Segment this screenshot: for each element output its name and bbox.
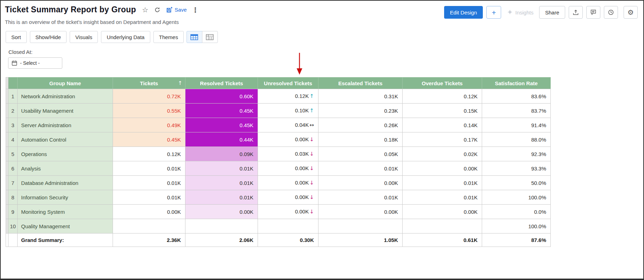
cell-group-name[interactable]: Server Administration: [18, 118, 113, 132]
cell-resolved-tickets[interactable]: 0.01K: [185, 190, 258, 205]
cell-tickets[interactable]: 0.01K: [113, 190, 185, 205]
cell-resolved-tickets[interactable]: 0.60K: [185, 89, 258, 104]
cell-tickets[interactable]: 0.72K: [113, 89, 185, 104]
cell-satisfaction-rate[interactable]: 92.3%: [482, 147, 551, 161]
refresh-icon[interactable]: [154, 7, 160, 13]
cell-unresolved-tickets[interactable]: 0.10K↑: [258, 104, 318, 118]
comments-button[interactable]: [586, 6, 600, 19]
cell-group-name[interactable]: Quality Management: [18, 219, 113, 234]
cell-satisfaction-rate[interactable]: 83.7%: [482, 104, 551, 118]
cell-overdue-tickets[interactable]: 0.00K: [403, 161, 482, 176]
cell-resolved-tickets[interactable]: 0.44K: [185, 132, 258, 147]
cell-group-name[interactable]: Network Administration: [18, 89, 113, 104]
cell-group-name[interactable]: Database Administration: [18, 176, 113, 190]
cell-resolved-tickets[interactable]: 0.01K: [185, 161, 258, 176]
cell-overdue-tickets[interactable]: 0.12K: [403, 89, 482, 104]
cell-resolved-tickets[interactable]: 0.01K: [185, 176, 258, 190]
toolbar-button-underlying-data[interactable]: Underlying Data: [101, 31, 150, 43]
cell-unresolved-tickets[interactable]: 0.00K↓: [258, 205, 318, 219]
cell-overdue-tickets[interactable]: 0.15K: [403, 104, 482, 118]
cell-overdue-tickets[interactable]: 0.14K: [403, 118, 482, 132]
cell-satisfaction-rate[interactable]: 91.4%: [482, 118, 551, 132]
cell-tickets[interactable]: [113, 219, 185, 234]
cell-escalated-tickets[interactable]: 0.26K: [318, 118, 403, 132]
more-options-icon[interactable]: ⋮: [192, 6, 199, 14]
toolbar-button-sort[interactable]: Sort: [6, 31, 27, 43]
cell-overdue-tickets[interactable]: [403, 219, 482, 234]
cell-escalated-tickets[interactable]: [318, 219, 403, 234]
cell-unresolved-tickets[interactable]: 0.03K↓: [258, 147, 318, 161]
cell-tickets[interactable]: 0.00K: [113, 205, 185, 219]
cell-overdue-tickets[interactable]: 0.01K: [403, 176, 482, 190]
column-header-group-name[interactable]: Group Name: [18, 77, 113, 89]
cell-escalated-tickets[interactable]: 0.01K: [318, 161, 403, 176]
cell-unresolved-tickets[interactable]: 0.12K↑: [258, 89, 318, 104]
cell-satisfaction-rate[interactable]: 88.0%: [482, 132, 551, 147]
cell-unresolved-tickets[interactable]: [258, 219, 318, 234]
cell-overdue-tickets[interactable]: 0.00K: [403, 205, 482, 219]
cell-satisfaction-rate[interactable]: 50.0%: [482, 176, 551, 190]
cell-satisfaction-rate[interactable]: 0.0%: [482, 205, 551, 219]
cell-overdue-tickets[interactable]: 0.01K: [403, 190, 482, 205]
column-header-unresolved-tickets[interactable]: Unresolved Tickets: [258, 77, 318, 89]
cell-escalated-tickets[interactable]: 0.00K: [318, 205, 403, 219]
edit-design-button[interactable]: Edit Design: [444, 6, 483, 19]
cell-escalated-tickets[interactable]: 0.18K: [318, 132, 403, 147]
toolbar-button-visuals[interactable]: Visuals: [70, 31, 98, 43]
toolbar-button-themes[interactable]: Themes: [153, 31, 184, 43]
cell-group-name[interactable]: Monitoring System: [18, 205, 113, 219]
cell-group-name[interactable]: Operations: [18, 147, 113, 161]
cell-unresolved-tickets[interactable]: 0.04K↔: [258, 118, 318, 132]
cell-overdue-tickets[interactable]: 0.17K: [403, 132, 482, 147]
cell-group-name[interactable]: Information Security: [18, 190, 113, 205]
cell-resolved-tickets[interactable]: 0.45K: [185, 118, 258, 132]
cell-tickets[interactable]: 0.01K: [113, 176, 185, 190]
cell-satisfaction-rate[interactable]: 83.6%: [482, 89, 551, 104]
cell-escalated-tickets[interactable]: 0.01K: [318, 190, 403, 205]
cell-satisfaction-rate[interactable]: 100.0%: [482, 190, 551, 205]
cell-resolved-tickets[interactable]: 0.00K: [185, 205, 258, 219]
cell-tickets[interactable]: 0.01K: [113, 161, 185, 176]
favorite-star-icon[interactable]: ☆: [142, 6, 148, 14]
cell-unresolved-tickets[interactable]: 0.00K↓: [258, 176, 318, 190]
save-button[interactable]: Save: [166, 7, 187, 13]
settings-button[interactable]: ⚙: [624, 6, 638, 19]
cell-escalated-tickets[interactable]: 0.31K: [318, 89, 403, 104]
cell-tickets[interactable]: 0.55K: [113, 104, 185, 118]
cell-escalated-tickets[interactable]: 0.05K: [318, 147, 403, 161]
add-button[interactable]: +: [486, 6, 501, 19]
cell-group-name[interactable]: Analysis: [18, 161, 113, 176]
cell-satisfaction-rate[interactable]: 100.0%: [482, 219, 551, 234]
cell-overdue-tickets[interactable]: 0.02K: [403, 147, 482, 161]
cell-escalated-tickets[interactable]: 0.00K: [318, 176, 403, 190]
column-header-overdue-tickets[interactable]: Overdue Tickets: [403, 77, 482, 89]
column-header-tickets[interactable]: Tickets↑: [113, 77, 185, 89]
export-button[interactable]: [569, 6, 583, 19]
cell-tickets[interactable]: 0.12K: [113, 147, 185, 161]
table-row: 7Database Administration0.01K0.01K0.00K↓…: [6, 176, 551, 190]
cell-unresolved-tickets[interactable]: 0.00K↓: [258, 190, 318, 205]
cell-satisfaction-rate[interactable]: 93.3%: [482, 161, 551, 176]
share-button[interactable]: Share: [539, 6, 565, 19]
sort-ascending-icon[interactable]: ↑: [178, 80, 182, 86]
toolbar-button-show-hide[interactable]: Show/Hide: [30, 31, 67, 43]
cell-tickets[interactable]: 0.45K: [113, 132, 185, 147]
alerts-button[interactable]: [604, 6, 618, 19]
column-header-escalated-tickets[interactable]: Escalated Tickets: [318, 77, 403, 89]
cell-resolved-tickets[interactable]: [185, 219, 258, 234]
column-header-resolved-tickets[interactable]: Resolved Tickets: [185, 77, 258, 89]
pivot-view-button[interactable]: [202, 31, 218, 43]
closed-at-select[interactable]: - Select -: [8, 57, 62, 69]
cell-escalated-tickets[interactable]: 0.23K: [318, 104, 403, 118]
cell-unresolved-tickets[interactable]: 0.00K↓: [258, 161, 318, 176]
column-header-satisfaction-rate[interactable]: Satisfaction Rate: [482, 77, 551, 89]
cell-resolved-tickets[interactable]: 0.45K: [185, 104, 258, 118]
zia-insights-button[interactable]: Insights: [507, 9, 533, 15]
cell-group-name[interactable]: Usability Management: [18, 104, 113, 118]
cell-resolved-tickets[interactable]: 0.09K: [185, 147, 258, 161]
cell-tickets[interactable]: 0.49K: [113, 118, 185, 132]
settings-gear-icon: ⚙: [627, 9, 634, 16]
cell-unresolved-tickets[interactable]: 0.00K↓: [258, 132, 318, 147]
cell-group-name[interactable]: Automation Control: [18, 132, 113, 147]
table-view-button[interactable]: [187, 31, 202, 43]
